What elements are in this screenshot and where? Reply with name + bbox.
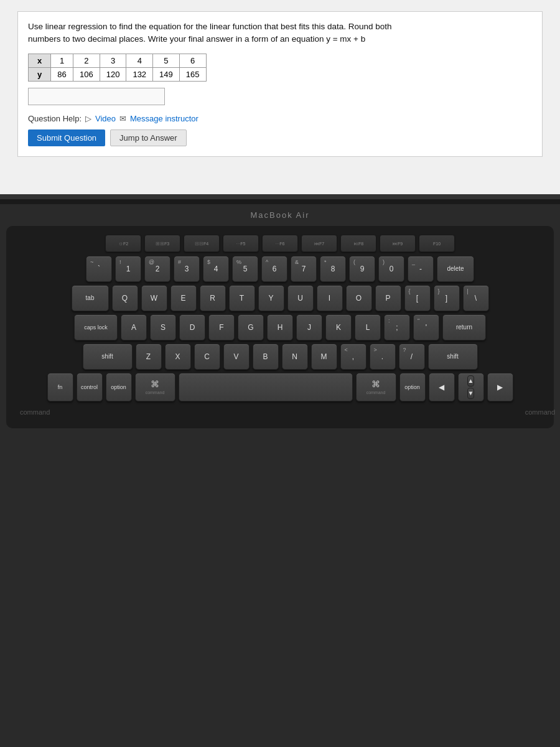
key-y[interactable]: Y [258,285,284,311]
table-cell: 2 [73,54,100,67]
key-shift-right[interactable]: shift [428,344,478,370]
fn-key-f5[interactable]: ···F5 [223,235,259,252]
key-u[interactable]: U [287,285,314,311]
key-backslash[interactable]: |\ [463,285,489,311]
buttons-row: Submit Question Jump to Answer [28,129,532,146]
video-link[interactable]: Video [95,114,116,123]
key-f[interactable]: F [208,314,235,341]
key-k[interactable]: K [325,314,352,341]
bottom-label-right: command [525,408,555,416]
qwerty-key-row: tab Q W E R T Y U I O P {[ }] |\ [14,285,546,311]
table-cell: 5 [153,54,180,67]
table-cell: 120 [100,67,126,81]
screen-area: Use linear regression to find the equati… [0,0,560,199]
key-arrow-up[interactable]: ▲ [467,375,475,387]
key-option-right[interactable]: option [399,373,426,402]
key-2[interactable]: @2 [144,256,170,282]
key-space[interactable] [179,373,353,402]
key-j[interactable]: J [296,314,322,341]
table-cell: 1 [51,54,73,67]
message-instructor-link[interactable]: Message instructor [130,114,198,123]
key-n[interactable]: N [282,344,308,370]
key-h[interactable]: H [267,314,293,341]
key-option-left[interactable]: option [106,373,132,402]
key-0[interactable]: )0 [378,256,404,282]
key-comma[interactable]: <, [340,344,366,370]
key-semicolon[interactable]: :; [384,314,410,341]
key-m[interactable]: M [311,344,337,370]
table-cell: 3 [100,54,126,67]
key-4[interactable]: $4 [203,256,229,282]
key-r[interactable]: R [200,285,226,311]
key-9[interactable]: (9 [349,256,375,282]
key-i[interactable]: I [317,285,343,311]
key-v[interactable]: V [223,344,250,370]
key-t[interactable]: T [229,285,255,311]
answer-input[interactable] [28,88,165,105]
table-cell: 6 [179,54,206,67]
fn-key-f10[interactable]: F10 [419,235,455,252]
key-3[interactable]: #3 [174,256,200,282]
key-g[interactable]: G [238,314,264,341]
key-delete[interactable]: delete [437,256,474,282]
key-quote[interactable]: "' [413,314,439,341]
table-header-y: y [29,67,51,81]
key-1[interactable]: !1 [115,256,141,282]
key-tilde[interactable]: ~` [86,256,112,282]
key-command-left[interactable]: ⌘ command [135,373,175,402]
bottom-key-row: fn control option ⌘ command ⌘ command op… [14,373,546,402]
key-6[interactable]: ^6 [261,256,287,282]
table-cell: 4 [126,54,153,67]
key-minus[interactable]: _- [408,256,434,282]
key-command-right[interactable]: ⌘ command [356,373,396,402]
jump-to-answer-button[interactable]: Jump to Answer [110,129,187,146]
key-w[interactable]: W [141,285,167,311]
question-text: Use linear regression to find the equati… [28,21,532,46]
key-period[interactable]: >. [370,344,396,370]
fn-key-f4[interactable]: ⊟⊟F4 [184,235,220,252]
key-arrow-down[interactable]: ▼ [467,388,475,399]
key-slash[interactable]: ?/ [399,344,425,370]
fn-key-f2[interactable]: ☼F2 [105,235,141,252]
key-p[interactable]: P [375,285,401,311]
key-b[interactable]: B [253,344,279,370]
table-cell: 106 [73,67,100,81]
fn-key-f7[interactable]: ⏮F7 [301,235,337,252]
key-caps[interactable]: caps lock [74,314,118,341]
fn-key-f3[interactable]: ⊞⊞F3 [144,235,180,252]
key-arrow-left[interactable]: ◀ [429,373,455,402]
fn-key-f9[interactable]: ⏭F9 [380,235,416,252]
bottom-bar: command command [14,405,560,416]
key-z[interactable]: Z [136,344,162,370]
key-o[interactable]: O [346,285,372,311]
key-bracket-left[interactable]: {[ [404,285,431,311]
key-8[interactable]: *8 [320,256,346,282]
key-q[interactable]: Q [112,285,138,311]
key-x[interactable]: X [165,344,191,370]
key-return[interactable]: return [442,314,486,341]
data-table: x 1 2 3 4 5 6 y 86 106 120 132 149 165 [28,54,207,82]
key-e[interactable]: E [170,285,197,311]
key-a[interactable]: A [121,314,147,341]
fn-key-row: ☼F2 ⊞⊞F3 ⊟⊟F4 ···F5 ···F6 ⏮F7 ⏯F8 ⏭F9 [14,235,546,252]
key-5[interactable]: %5 [232,256,258,282]
question-help: Question Help: ▷ Video ✉ Message instruc… [28,114,532,123]
macbook-label: MacBook Air [251,210,310,220]
key-fn[interactable]: fn [47,373,73,402]
key-shift-left[interactable]: shift [83,344,133,370]
key-bracket-right[interactable]: }] [434,285,460,311]
question-box: Use linear regression to find the equati… [17,11,543,157]
key-s[interactable]: S [150,314,176,341]
key-c[interactable]: C [194,344,220,370]
key-l[interactable]: L [355,314,381,341]
key-arrow-right[interactable]: ▶ [487,373,513,402]
table-header-x: x [29,54,51,67]
key-tab[interactable]: tab [72,285,109,311]
key-d[interactable]: D [179,314,205,341]
submit-question-button[interactable]: Submit Question [28,129,105,146]
key-7[interactable]: &7 [291,256,317,282]
video-icon: ▷ [85,114,91,123]
fn-key-f8[interactable]: ⏯F8 [340,235,376,252]
key-control[interactable]: control [77,373,103,402]
fn-key-f6[interactable]: ···F6 [262,235,298,252]
